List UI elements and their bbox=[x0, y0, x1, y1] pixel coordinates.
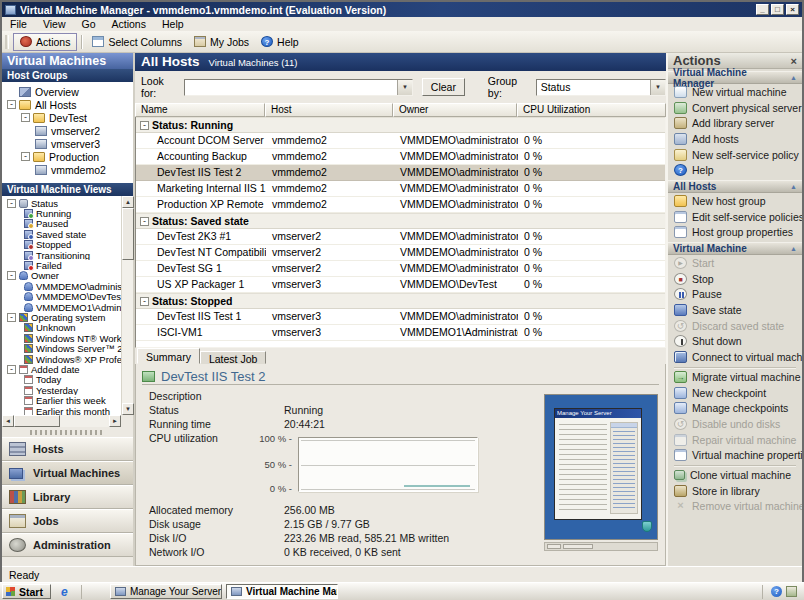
column-host[interactable]: Host bbox=[265, 103, 393, 117]
tree-item-os-xp[interactable]: Windows® XP Profes bbox=[2, 354, 121, 364]
tree-item-owner-devtest[interactable]: VMMDEMO\DevTest bbox=[2, 292, 121, 302]
tree-item-earlier-this-week[interactable]: Earlier this week bbox=[2, 395, 121, 405]
action-clone-vm[interactable]: Clone virtual machine bbox=[668, 467, 802, 483]
table-row[interactable]: Production XP Remote Client 1vmmdemo2VMM… bbox=[136, 197, 665, 213]
section-header-all-hosts[interactable]: All Hosts▲ bbox=[668, 180, 802, 193]
chevron-down-icon[interactable] bbox=[650, 80, 665, 95]
collapse-icon[interactable] bbox=[7, 365, 16, 374]
collapse-icon[interactable] bbox=[7, 313, 16, 322]
chevron-up-icon[interactable]: ▲ bbox=[790, 74, 797, 81]
collapse-icon[interactable] bbox=[140, 217, 149, 226]
menu-help[interactable]: Help bbox=[154, 17, 192, 31]
column-cpu[interactable]: CPU Utilization bbox=[517, 103, 666, 117]
collapse-icon[interactable] bbox=[21, 152, 30, 161]
restore-button[interactable]: □ bbox=[771, 4, 784, 15]
menu-file[interactable]: File bbox=[2, 17, 35, 31]
panel-resize-grip[interactable] bbox=[30, 430, 105, 435]
tree-item-added-date[interactable]: Added date bbox=[2, 364, 121, 374]
tree-item-vmmdemo2[interactable]: vmmdemo2 bbox=[2, 163, 133, 176]
nav-virtual-machines-button[interactable]: Virtual Machines bbox=[2, 461, 133, 485]
tree-item-status[interactable]: Status bbox=[2, 198, 121, 208]
action-edit-self-service-policies[interactable]: Edit self-service policies bbox=[668, 209, 802, 225]
table-row[interactable]: Marketing Internal IIS 1vmmdemo2VMMDEMO\… bbox=[136, 181, 665, 197]
action-connect-to-vm[interactable]: Connect to virtual machine bbox=[668, 349, 802, 365]
group-header-saved-state[interactable]: Status: Saved state bbox=[136, 213, 665, 229]
action-stop[interactable]: Stop bbox=[668, 271, 802, 287]
action-help[interactable]: Help bbox=[668, 162, 802, 178]
table-row[interactable]: DevTest SG 1vmserver2VMMDEMO\administrat… bbox=[136, 261, 665, 277]
action-new-self-service-policy[interactable]: New self-service policy bbox=[668, 147, 802, 163]
group-by-combobox[interactable]: Status bbox=[536, 79, 666, 96]
tree-item-owner-admin1[interactable]: VMMDEMO1\Admini bbox=[2, 302, 121, 312]
tree-item-failed[interactable]: Failed bbox=[2, 260, 121, 270]
close-button[interactable]: × bbox=[786, 4, 799, 15]
table-row[interactable]: US XP Packager 1vmserver3VMMDEMO\DevTest… bbox=[136, 277, 665, 293]
column-owner[interactable]: Owner bbox=[393, 103, 517, 117]
table-row[interactable]: Accounting Backupvmmdemo2VMMDEMO\adminis… bbox=[136, 149, 665, 165]
action-save-state[interactable]: Save state bbox=[668, 302, 802, 318]
nav-administration-button[interactable]: Administration bbox=[2, 533, 133, 557]
tree-item-os-server[interactable]: Windows Server™ 20 bbox=[2, 343, 121, 353]
section-header-vmm[interactable]: Virtual Machine Manager▲ bbox=[668, 71, 802, 84]
tree-item-today[interactable]: Today bbox=[2, 375, 121, 385]
look-for-combobox[interactable] bbox=[184, 79, 413, 96]
vm-console-thumbnail[interactable]: Manage Your Server bbox=[544, 394, 658, 540]
collapse-icon[interactable] bbox=[140, 121, 149, 130]
collapse-icon[interactable] bbox=[21, 113, 30, 122]
tab-latest-job[interactable]: Latest Job bbox=[200, 351, 266, 364]
toolbar-actions-button[interactable]: Actions bbox=[13, 33, 77, 51]
collapse-icon[interactable] bbox=[7, 199, 16, 208]
group-header-stopped[interactable]: Status: Stopped bbox=[136, 293, 665, 309]
tree-item-vmserver2[interactable]: vmserver2 bbox=[2, 124, 133, 137]
table-row[interactable]: DevTest IIS Test 1vmserver3VMMDEMO\admin… bbox=[136, 309, 665, 325]
menu-actions[interactable]: Actions bbox=[104, 17, 154, 31]
tree-item-transitioning[interactable]: Transitioning bbox=[2, 250, 121, 260]
scroll-down-icon[interactable]: ▼ bbox=[122, 403, 134, 415]
clear-button[interactable]: Clear bbox=[422, 78, 465, 96]
table-row[interactable]: DevTest 2K3 #1vmserver2VMMDEMO\administr… bbox=[136, 229, 665, 245]
tree-item-owner[interactable]: Owner bbox=[2, 271, 121, 281]
tree-item-yesterday[interactable]: Yesterday bbox=[2, 385, 121, 395]
chevron-down-icon[interactable] bbox=[397, 80, 412, 95]
action-new-checkpoint[interactable]: New checkpoint bbox=[668, 385, 802, 401]
tree-item-production[interactable]: Production bbox=[2, 150, 133, 163]
tray-help-icon[interactable] bbox=[771, 586, 782, 597]
start-button[interactable]: Start bbox=[2, 584, 51, 599]
close-icon[interactable]: × bbox=[791, 54, 797, 68]
action-host-group-properties[interactable]: Host group properties bbox=[668, 225, 802, 241]
internet-explorer-icon[interactable] bbox=[61, 586, 73, 598]
action-add-hosts[interactable]: Add hosts bbox=[668, 131, 802, 147]
collapse-icon[interactable] bbox=[140, 297, 149, 306]
tree-item-vmserver3[interactable]: vmserver3 bbox=[2, 137, 133, 150]
tray-status-icon[interactable] bbox=[786, 586, 797, 597]
scroll-left-icon[interactable]: ◄ bbox=[2, 415, 14, 427]
nav-hosts-button[interactable]: Hosts bbox=[2, 437, 133, 461]
table-row[interactable]: Account DCOM Servervmmdemo2VMMDEMO\admin… bbox=[136, 133, 665, 149]
taskbar-button-vmm[interactable]: Virtual Machine Mana... bbox=[226, 584, 338, 599]
scroll-up-icon[interactable]: ▲ bbox=[122, 196, 134, 208]
action-add-library-server[interactable]: Add library server bbox=[668, 115, 802, 131]
tree-item-stopped[interactable]: Stopped bbox=[2, 240, 121, 250]
action-shut-down[interactable]: Shut down bbox=[668, 334, 802, 350]
table-row[interactable]: DevTest NT Compatibility 1vmserver2VMMDE… bbox=[136, 245, 665, 261]
nav-jobs-button[interactable]: Jobs bbox=[2, 509, 133, 533]
tree-item-devtest[interactable]: DevTest bbox=[2, 111, 133, 124]
action-pause[interactable]: Pause bbox=[668, 287, 802, 303]
menu-go[interactable]: Go bbox=[74, 17, 104, 31]
tree-item-os-nt[interactable]: Windows NT® Workst bbox=[2, 333, 121, 343]
taskbar-button-manage-server[interactable]: Manage Your Server bbox=[110, 584, 222, 599]
table-row-selected[interactable]: DevTest IIS Test 2vmmdemo2VMMDEMO\admini… bbox=[136, 165, 665, 181]
tree-item-os-unknown[interactable]: Unknown bbox=[2, 323, 121, 333]
action-manage-checkpoints[interactable]: Manage checkpoints bbox=[668, 400, 802, 416]
table-row[interactable]: ISCI-VM1vmserver3VMMDEMO1\Administrator0… bbox=[136, 325, 665, 341]
action-vm-properties[interactable]: Virtual machine properties bbox=[668, 447, 802, 463]
column-name[interactable]: Name bbox=[135, 103, 265, 117]
tree-vertical-scrollbar[interactable]: ▲ ▼ bbox=[121, 196, 133, 415]
tree-item-overview[interactable]: Overview bbox=[2, 85, 133, 98]
scroll-right-icon[interactable]: ► bbox=[109, 415, 121, 427]
scrollbar-thumb[interactable] bbox=[14, 415, 60, 427]
action-new-host-group[interactable]: New host group bbox=[668, 193, 802, 209]
tree-item-running[interactable]: Running bbox=[2, 208, 121, 218]
tree-horizontal-scrollbar[interactable]: ◄ ► bbox=[2, 415, 121, 427]
collapse-icon[interactable] bbox=[7, 100, 16, 109]
